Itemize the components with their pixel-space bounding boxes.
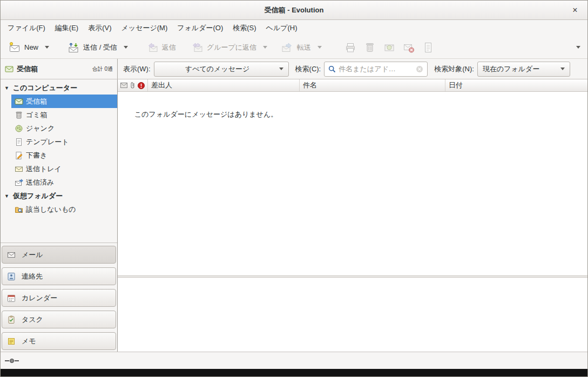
inbox-icon: [5, 65, 13, 73]
sidebar-item-templates[interactable]: テンプレート: [1, 135, 117, 149]
show-filter-dropdown[interactable]: すべてのメッセージ: [154, 62, 289, 77]
sidebar-item-inbox[interactable]: 受信箱: [11, 95, 117, 108]
sidebar-item-label: ジャンク: [26, 124, 55, 133]
toolbar: New 送信 / 受信 返信 グループに返信: [1, 36, 587, 59]
new-dropdown-button[interactable]: [42, 43, 52, 51]
filter-controls: 表示(W): すべてのメッセージ 検索(C): 検索対象(N): 現在のフォルダ…: [118, 59, 587, 79]
sidebar-item-trash[interactable]: ゴミ箱: [1, 108, 117, 122]
priority-icon: [138, 82, 145, 89]
scope-label: 検索対象(N):: [434, 64, 474, 74]
document-icon: [422, 42, 434, 53]
search-entry[interactable]: [324, 62, 428, 77]
sidebar-section-search-folders[interactable]: ▼ 仮想フォルダー: [1, 189, 117, 203]
chevron-down-icon: [124, 46, 128, 49]
sidebar-item-sent[interactable]: 送信済み: [1, 176, 117, 189]
clear-search-icon[interactable]: [416, 65, 423, 73]
attachment-icon: [130, 82, 136, 89]
menu-message[interactable]: メッセージ(M): [117, 21, 173, 36]
view-switcher: メール 連絡先 カレンダー: [1, 243, 117, 352]
search-scope-dropdown[interactable]: 現在のフォルダー: [477, 62, 570, 77]
search-label: 検索(C):: [295, 64, 321, 74]
sidebar-item-label: 受信箱: [26, 97, 47, 106]
message-list-header: 差出人 件名 日付: [118, 79, 587, 92]
column-from[interactable]: 差出人: [148, 79, 300, 91]
column-subject[interactable]: 件名: [300, 79, 445, 91]
message-pane: 差出人 件名 日付 このフォルダーにメッセージはありません。: [118, 79, 587, 352]
sidebar-item-label: テンプレート: [26, 137, 69, 147]
sidebar-item-label: 送信済み: [26, 178, 54, 187]
switcher-mail-button[interactable]: メール: [2, 246, 116, 264]
delete-button[interactable]: [360, 39, 380, 56]
sidebar-item-outbox[interactable]: 送信トレイ: [1, 162, 117, 176]
menu-file[interactable]: ファイル(F): [3, 21, 50, 36]
chevron-down-icon: [317, 46, 322, 49]
folder-tree: ▼ このコンピューター 受信箱 ゴミ箱: [1, 79, 117, 243]
switcher-memos-button[interactable]: メモ: [2, 332, 116, 350]
menu-help[interactable]: ヘルプ(H): [261, 21, 302, 36]
show-filter-value: すべてのメッセージ: [159, 64, 276, 74]
close-icon[interactable]: ×: [569, 4, 581, 16]
switcher-contacts-button[interactable]: 連絡先: [2, 267, 116, 285]
switcher-calendar-button[interactable]: カレンダー: [2, 289, 116, 307]
sidebar-item-drafts[interactable]: 下書き: [1, 149, 117, 162]
sidebar-item-label: 該当しないもの: [26, 205, 76, 214]
filterbar: 受信箱 合計 0通 表示(W): すべてのメッセージ 検索(C): 検索対象(N…: [1, 59, 587, 79]
switcher-label: カレンダー: [22, 293, 57, 303]
preview-pane[interactable]: [118, 278, 587, 352]
expander-icon[interactable]: ▼: [4, 85, 10, 91]
window-title: 受信箱 - Evolution: [265, 5, 324, 15]
group-reply-icon: [191, 42, 203, 53]
sidebar-section-this-computer[interactable]: ▼ このコンピューター: [1, 81, 117, 95]
search-icon[interactable]: [328, 65, 336, 73]
reply-button[interactable]: 返信: [143, 39, 180, 56]
menu-edit[interactable]: 編集(E): [50, 21, 83, 36]
status-columns[interactable]: [118, 79, 148, 91]
toolbar-overflow-button[interactable]: [573, 43, 583, 51]
message-count: 合計 0通: [92, 65, 113, 73]
statusbar: [1, 352, 587, 369]
column-label: 差出人: [151, 80, 172, 90]
switcher-tasks-button[interactable]: タスク: [2, 311, 116, 328]
tasks-icon: [7, 315, 16, 324]
new-label: New: [24, 43, 38, 51]
column-date[interactable]: 日付: [445, 79, 587, 91]
message-list[interactable]: このフォルダーにメッセージはありません。: [118, 92, 587, 275]
message-status-icon: [120, 83, 127, 88]
calendar-icon: [7, 294, 16, 302]
chevron-down-icon: [576, 46, 580, 49]
sidebar-item-label: 送信トレイ: [26, 164, 62, 174]
forward-button[interactable]: 転送: [278, 39, 315, 56]
print-button[interactable]: [341, 39, 360, 56]
forward-dropdown-button[interactable]: [315, 43, 325, 51]
evolution-window: 受信箱 - Evolution × ファイル(F) 編集(E) 表示(V) メッ…: [0, 0, 588, 377]
new-message-button[interactable]: New: [5, 39, 42, 56]
cancel-button[interactable]: [399, 39, 418, 56]
sidebar-item-unmatched[interactable]: 該当しないもの: [1, 203, 117, 216]
menu-view[interactable]: 表示(V): [83, 21, 116, 36]
contacts-icon: [7, 272, 16, 281]
junk-mail-icon: [383, 42, 395, 53]
send-receive-icon: [67, 42, 79, 53]
group-reply-button[interactable]: グループに返信: [187, 39, 260, 56]
send-receive-dropdown-button[interactable]: [121, 43, 131, 51]
menu-search[interactable]: 検索(S): [228, 21, 261, 36]
sidebar-item-junk[interactable]: ジャンク: [1, 122, 117, 135]
properties-button[interactable]: [418, 39, 438, 56]
search-input[interactable]: [339, 65, 413, 73]
junk-button[interactable]: [380, 39, 399, 56]
titlebar[interactable]: 受信箱 - Evolution ×: [1, 1, 587, 20]
sent-icon: [15, 178, 23, 187]
online-status-icon[interactable]: [5, 358, 19, 364]
send-receive-label: 送信 / 受信: [83, 43, 117, 52]
send-receive-button[interactable]: 送信 / 受信: [64, 39, 121, 56]
menu-folder[interactable]: フォルダー(O): [172, 21, 228, 36]
column-label: 件名: [303, 80, 317, 90]
switcher-label: メール: [22, 250, 43, 260]
reply-icon: [146, 42, 158, 53]
group-reply-dropdown-button[interactable]: [260, 43, 270, 51]
expander-icon[interactable]: ▼: [4, 193, 10, 199]
group-reply-label: グループに返信: [207, 43, 256, 52]
outbox-icon: [15, 165, 23, 173]
trash-icon: [15, 111, 23, 119]
forward-icon: [281, 42, 293, 53]
